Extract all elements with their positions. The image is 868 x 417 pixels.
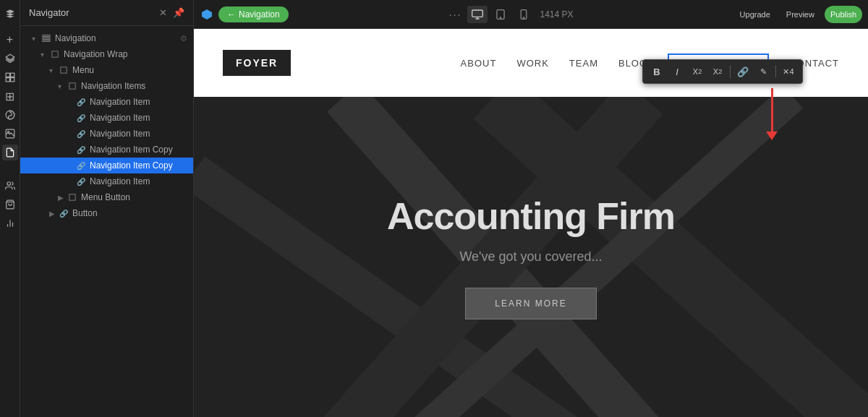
frame-icon: [67, 80, 78, 92]
tree-item-nav-items[interactable]: ▾ Navigation Items: [20, 78, 193, 94]
arrow-indicator: [766, 88, 778, 140]
tree-item-menu-button[interactable]: ▶ Menu Button: [20, 189, 193, 205]
formatting-toolbar: B I X2 X2 🔗 ✎ ✕4: [642, 59, 803, 84]
tree-item-nav-item-copy-2[interactable]: 🔗 Navigation Item Copy: [20, 158, 193, 173]
tree-label-menu-button: Menu Button: [81, 192, 130, 202]
color-button[interactable]: ✎: [754, 63, 773, 80]
website-preview: FOYER ABOUT WORK TEAM BLOG CLIENT PORTAL…: [194, 29, 868, 417]
tree-item-nav-item-1[interactable]: 🔗 Navigation Item: [20, 94, 193, 110]
tree-label-nav-item-copy-1: Navigation Item Copy: [90, 145, 173, 155]
layer-icon: [41, 33, 52, 44]
svg-point-22: [501, 17, 501, 17]
toolbar-center: ··· 1414 PX: [294, 6, 728, 23]
analytics-icon[interactable]: [2, 215, 18, 231]
svg-rect-18: [69, 83, 75, 89]
navigator-panel: Navigator ✕ 📌 ▾ Navigation ⚙ ▾ Navigatio…: [20, 0, 194, 417]
toggle-icon: ▾: [58, 82, 67, 90]
mobile-view-button[interactable]: [514, 6, 534, 23]
hero-learn-more-button[interactable]: LEARN MORE: [465, 288, 596, 319]
link-icon: 🔗: [75, 160, 87, 171]
toolbar-left: ← Navigation: [200, 7, 289, 22]
link-icon: 🔗: [75, 128, 87, 139]
link-icon: 🔗: [75, 144, 87, 155]
link-icon: 🔗: [75, 176, 87, 187]
more-options-icon[interactable]: ···: [449, 9, 462, 20]
desktop-view-button[interactable]: [467, 6, 488, 23]
tree-item-navigation[interactable]: ▾ Navigation ⚙: [20, 30, 193, 46]
components-icon[interactable]: [2, 69, 18, 85]
theme-icon[interactable]: [2, 107, 18, 123]
svg-rect-14: [43, 38, 50, 39]
tree-item-nav-item-4[interactable]: 🔗 Navigation Item: [20, 173, 193, 189]
link-icon: 🔗: [58, 207, 69, 219]
canvas-area: B I X2 X2 🔗 ✎ ✕4 FOYER ABOUT WORK TEAM B…: [194, 29, 868, 417]
tablet-view-button[interactable]: [490, 6, 511, 23]
superscript-button[interactable]: X2: [688, 63, 707, 80]
nav-link-about[interactable]: ABOUT: [461, 58, 497, 69]
nav-link-work[interactable]: WORK: [516, 58, 548, 69]
toggle-icon: ▾: [32, 35, 41, 43]
toggle-icon: ▾: [49, 66, 58, 74]
tree-item-menu[interactable]: ▾ Menu: [20, 62, 193, 78]
publish-button[interactable]: Publish: [825, 6, 862, 23]
preview-button[interactable]: Preview: [780, 6, 820, 23]
site-hero: Accounting Firm We've got you covered...…: [194, 97, 868, 417]
link-icon: 🔗: [75, 112, 87, 124]
bold-button[interactable]: B: [647, 63, 666, 80]
hero-subtitle: We've got you covered...: [387, 249, 675, 265]
link-format-button[interactable]: 🔗: [733, 63, 752, 80]
svg-rect-20: [472, 10, 483, 17]
navigator-title: Navigator: [29, 7, 69, 18]
store-icon[interactable]: [2, 197, 18, 212]
frame-icon: [49, 48, 61, 60]
pixel-width-label: 1414 PX: [540, 9, 573, 20]
svg-rect-3: [6, 78, 9, 82]
tree-label-nav-item-copy-2: Navigation Item Copy: [90, 160, 173, 171]
svg-rect-1: [6, 73, 9, 77]
frame-icon: [67, 192, 78, 203]
back-button[interactable]: ← Navigation: [218, 7, 289, 22]
navigator-header: Navigator ✕ 📌: [20, 0, 193, 26]
tree-item-button[interactable]: ▶ 🔗 Button: [20, 205, 193, 221]
media-icon[interactable]: [2, 126, 18, 142]
upgrade-button[interactable]: Upgrade: [734, 6, 776, 23]
site-logo: FOYER: [223, 50, 291, 76]
tree-item-nav-item-3[interactable]: 🔗 Navigation Item: [20, 126, 193, 142]
navigator-tree: ▾ Navigation ⚙ ▾ Navigation Wrap ▾ Menu …: [20, 26, 193, 417]
nav-link-team[interactable]: TEAM: [569, 58, 598, 69]
crm-icon[interactable]: [2, 178, 18, 194]
settings-icon[interactable]: ⚙: [180, 34, 187, 43]
tree-label-nav-item-3: Navigation Item: [90, 129, 150, 139]
fmt-divider-2: [775, 65, 776, 78]
svg-point-24: [524, 17, 524, 17]
close-icon[interactable]: ✕: [159, 7, 167, 18]
toolbar-right: Upgrade Preview Publish: [734, 6, 862, 23]
svg-rect-15: [43, 40, 50, 42]
apps-icon[interactable]: ⊞: [2, 88, 18, 104]
tree-item-nav-item-2[interactable]: 🔗 Navigation Item: [20, 110, 193, 126]
hero-title: Accounting Firm: [387, 194, 675, 238]
remove-format-button[interactable]: ✕4: [779, 63, 798, 80]
navigator-header-actions: ✕ 📌: [159, 7, 184, 18]
arrow-head: [766, 132, 778, 140]
left-icon-strip: + ⊞: [0, 0, 20, 417]
svg-rect-13: [43, 35, 50, 37]
svg-rect-4: [10, 78, 14, 82]
tree-label-navigation: Navigation: [55, 33, 96, 43]
tree-item-nav-wrap[interactable]: ▾ Navigation Wrap: [20, 46, 193, 62]
wix-logo-icon[interactable]: [2, 6, 18, 22]
tree-item-nav-item-copy-1[interactable]: 🔗 Navigation Item Copy: [20, 142, 193, 158]
fmt-divider-1: [730, 65, 731, 78]
tree-label-nav-item-1: Navigation Item: [90, 97, 150, 107]
pages-icon[interactable]: [2, 145, 18, 160]
italic-button[interactable]: I: [668, 63, 686, 80]
layers-icon[interactable]: [2, 51, 18, 66]
toggle-icon: ▶: [58, 194, 67, 202]
add-icon[interactable]: +: [2, 32, 18, 48]
pin-icon[interactable]: 📌: [173, 7, 184, 18]
main-area: ← Navigation ··· 1414 PX Upgrade Preview: [194, 0, 868, 417]
hero-content: Accounting Firm We've got you covered...…: [387, 194, 675, 319]
toggle-icon: ▾: [41, 51, 49, 59]
tree-label-nav-items: Navigation Items: [81, 81, 145, 91]
subscript-button[interactable]: X2: [708, 63, 727, 80]
